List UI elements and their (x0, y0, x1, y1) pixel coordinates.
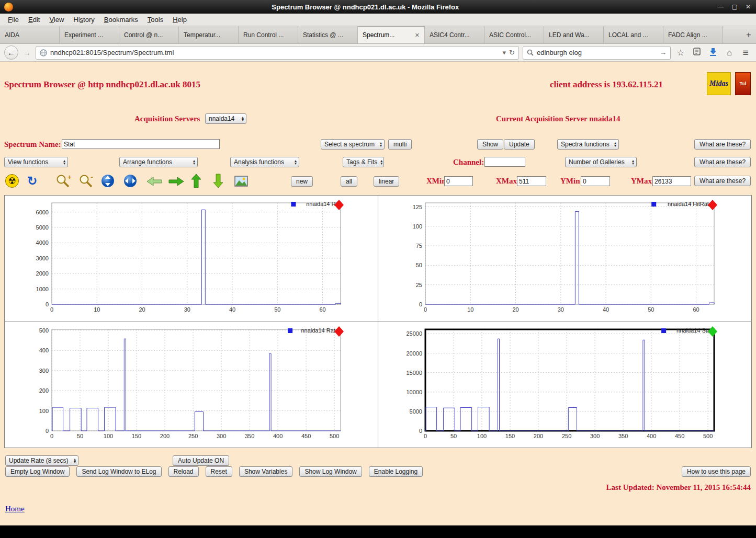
ymin-input[interactable] (581, 176, 610, 186)
x-tick-label: 50 (274, 306, 280, 313)
tab-spectrum[interactable]: Spectrum...✕ (358, 26, 425, 43)
how-to-use-button[interactable]: How to use this page (682, 466, 751, 477)
home-link[interactable]: Home (5, 505, 25, 513)
spectrum-plot-hit[interactable]: 01000200030004000500060000102030405060nn… (6, 197, 346, 319)
tab-label: LED and Wa... (549, 31, 599, 39)
downloads-icon[interactable] (707, 48, 719, 58)
tab-label: Run Control ... (243, 31, 293, 39)
zoom-in-icon[interactable]: + (55, 174, 72, 188)
tab-led-and-wa[interactable]: LED and Wa... (544, 26, 604, 43)
tab-control-n[interactable]: Control @ n... (119, 26, 179, 43)
menu-tools[interactable]: Tools (143, 14, 168, 25)
what-are-these-button-3[interactable]: What are these? (694, 176, 751, 186)
spectrum-panel-rate[interactable]: 0100200300400500050100150200250300350400… (5, 322, 378, 448)
tab-close-icon[interactable]: ✕ (415, 32, 420, 39)
unzoom-x-icon[interactable] (123, 174, 137, 188)
radiation-icon[interactable]: ☢ (5, 174, 19, 188)
spectra-functions-select[interactable]: Spectra functions ▴▾ (557, 139, 619, 150)
zoom-out-icon[interactable]: - (78, 174, 95, 188)
tab-temperatur[interactable]: Temperatur... (179, 26, 239, 43)
arrange-functions-select[interactable]: Arrange functions ▴▾ (119, 157, 198, 167)
unzoom-y-icon[interactable] (101, 174, 115, 188)
url-bar[interactable]: ▾ ↻ (36, 46, 519, 60)
tab-asic-control[interactable]: ASIC Control... (484, 26, 544, 43)
empty-log-window-button[interactable]: Empty Log Window (5, 466, 70, 477)
tab-run-control[interactable]: Run Control ... (239, 26, 298, 43)
menu-history[interactable]: History (69, 14, 99, 25)
multi-button[interactable]: multi (388, 139, 412, 150)
pan-left-icon[interactable] (146, 176, 163, 187)
view-functions-select[interactable]: View functions ▴▾ (4, 157, 68, 167)
y-tick-label: 6000 (36, 209, 49, 215)
search-bar[interactable]: → (523, 46, 671, 60)
y-tick-label: 50 (416, 262, 422, 268)
gallery-image-icon[interactable] (234, 176, 248, 187)
what-are-these-button-2[interactable]: What are these? (694, 157, 751, 167)
pan-down-icon[interactable] (212, 173, 224, 189)
all-button[interactable]: all (341, 176, 357, 187)
auto-update-button[interactable]: Auto Update ON (173, 455, 229, 466)
window-maximize-button[interactable]: ▢ (732, 3, 738, 10)
midas-logo: Midas (707, 72, 731, 95)
bookmark-star-icon[interactable]: ☆ (674, 48, 687, 58)
number-of-galleries-select[interactable]: Number of Galleries ▴▾ (565, 157, 637, 167)
new-tab-button[interactable]: + (741, 26, 756, 43)
url-dropdown-icon[interactable]: ▾ (503, 49, 506, 56)
search-input[interactable] (537, 49, 657, 56)
back-button[interactable]: ← (4, 45, 18, 60)
new-button[interactable]: new (291, 176, 313, 187)
show-button[interactable]: Show (477, 139, 503, 150)
reload-button[interactable]: Reload (168, 466, 199, 477)
send-log-window-to-elog-button[interactable]: Send Log Window to ELog (76, 466, 161, 477)
update-button[interactable]: Update (504, 139, 535, 150)
menu-help[interactable]: Help (168, 14, 191, 25)
tags-fits-select[interactable]: Tags & Fits ▴▾ (343, 157, 384, 167)
reset-button[interactable]: Reset (206, 466, 232, 477)
window-minimize-button[interactable]: — (718, 3, 724, 10)
what-are-these-button-1[interactable]: What are these? (694, 139, 751, 150)
xmin-input[interactable] (444, 176, 473, 186)
spectrum-plot-stat[interactable]: 0500010000150002000025000050100150200250… (379, 323, 719, 445)
spectrum-panel-hitrate[interactable]: 02550751001250102030405060nnaida14 HitRa… (378, 196, 751, 322)
tab-local-and[interactable]: LOCAL and ... (604, 26, 663, 43)
menu-bookmarks[interactable]: Bookmarks (99, 14, 143, 25)
bookmarks-menu-icon[interactable] (691, 48, 703, 58)
pan-right-icon[interactable] (168, 176, 185, 187)
show-log-window-button[interactable]: Show Log Window (299, 466, 362, 477)
acquisition-server-select[interactable]: nnaida14 ▴▾ (205, 113, 246, 124)
hamburger-menu-icon[interactable]: ≡ (739, 47, 752, 59)
tab-fadc-align[interactable]: FADC Align ... (663, 26, 723, 43)
spectrum-panel-stat[interactable]: 0500010000150002000025000050100150200250… (378, 322, 751, 448)
tab-statistics[interactable]: Statistics @ ... (298, 26, 358, 43)
channel-input[interactable] (484, 157, 525, 167)
menu-file[interactable]: File (3, 14, 24, 25)
ymax-input[interactable] (652, 176, 691, 186)
xmax-input[interactable] (517, 176, 546, 186)
pan-up-icon[interactable] (190, 173, 202, 189)
refresh-spectra-icon[interactable]: ↻ (27, 175, 37, 187)
y-tick-label: 2000 (36, 270, 49, 277)
menu-edit[interactable]: Edit (24, 14, 44, 25)
tab-aida[interactable]: AIDA (0, 26, 60, 43)
show-variables-button[interactable]: Show Variables (239, 466, 293, 477)
window-close-button[interactable]: ✕ (746, 3, 751, 10)
tab-experiment[interactable]: Experiment ... (60, 26, 119, 43)
reload-icon[interactable]: ↻ (509, 49, 515, 56)
menu-view[interactable]: View (44, 14, 69, 25)
url-input[interactable] (50, 49, 500, 56)
spectrum-plot-hitrate[interactable]: 02550751001250102030405060nnaida14 HitRa… (379, 197, 719, 319)
home-icon[interactable]: ⌂ (723, 48, 736, 58)
linear-button[interactable]: linear (374, 176, 399, 187)
search-go-icon[interactable]: → (660, 49, 667, 56)
page-title: Spectrum Browser @ http nndhcp021.dl.ac.… (4, 79, 200, 90)
forward-button[interactable]: → (22, 48, 32, 57)
spectrum-panel-hit[interactable]: 01000200030004000500060000102030405060nn… (5, 196, 378, 322)
enable-logging-button[interactable]: Enable Logging (369, 466, 423, 477)
update-rate-select[interactable]: Update Rate (8 secs) ▴▾ (5, 455, 78, 466)
tab-asic4-contr[interactable]: ASIC4 Contr... (425, 26, 484, 43)
spectrum-plot-rate[interactable]: 0100200300400500050100150200250300350400… (6, 323, 346, 445)
select-a-spectrum-select[interactable]: Select a spectrum ▴▾ (321, 139, 385, 150)
spectrum-name-input[interactable] (62, 139, 220, 149)
x-tick-label: 50 (450, 433, 457, 439)
analysis-functions-select[interactable]: Analysis functions ▴▾ (230, 157, 299, 167)
